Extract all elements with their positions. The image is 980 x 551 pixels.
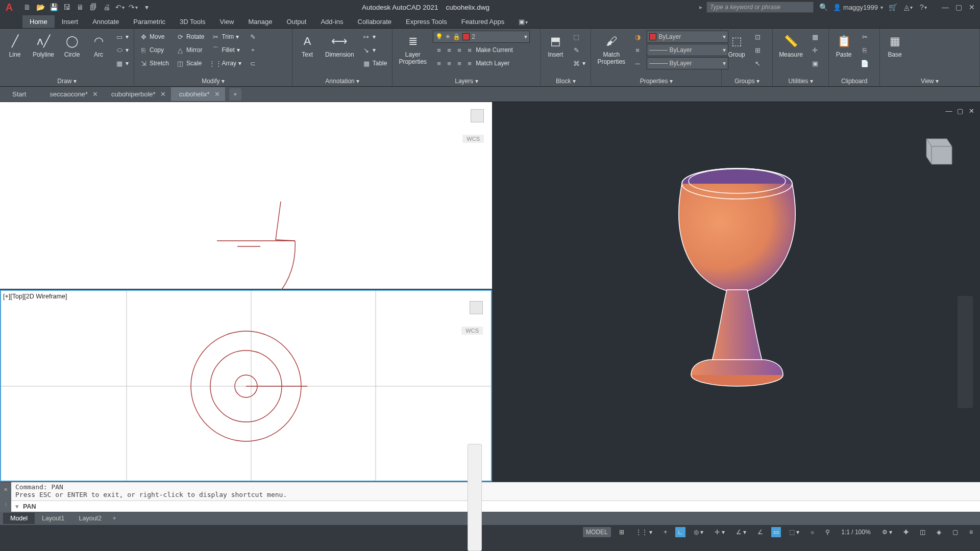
array-button[interactable]: ⋮⋮Array ▾ <box>209 57 243 69</box>
panel-groups-title[interactable]: Groups ▾ <box>725 76 769 86</box>
viewport-top-view[interactable]: [+][Top][2D Wireframe] WCS <box>0 290 492 482</box>
polar-toggle[interactable]: ∟ <box>675 527 685 537</box>
tab-expresstools[interactable]: Express Tools <box>399 15 454 28</box>
customize-status-button[interactable]: ≡ <box>966 527 976 537</box>
search-icon[interactable]: 🔍 <box>818 2 829 13</box>
layout-tab-layout1[interactable]: Layout1 <box>35 513 71 524</box>
lineweight-button[interactable]: ≡ <box>631 44 644 56</box>
snap-toggle[interactable]: ⋮⋮ ▾ <box>632 527 655 537</box>
cut-button[interactable]: ✂ <box>859 31 871 43</box>
search-arrow-icon[interactable]: ▸ <box>699 4 702 11</box>
tab-home[interactable]: Home <box>22 15 55 28</box>
layout-tab-model[interactable]: Model <box>3 513 35 524</box>
util2-button[interactable]: ✛ <box>809 44 821 56</box>
hatch-button[interactable]: ⬭▾ <box>113 44 131 56</box>
viewport-label[interactable]: [+][Top][2D Wireframe] <box>3 293 67 300</box>
panel-properties-title[interactable]: Properties ▾ <box>594 76 718 86</box>
arc-button[interactable]: ◠Arc <box>87 31 110 60</box>
search-input[interactable]: Type a keyword or phrase <box>706 2 814 13</box>
viewcube-3d[interactable] <box>914 129 960 174</box>
stretch-button[interactable]: ⇲Stretch <box>137 57 171 69</box>
help-icon[interactable]: ?▾ <box>918 2 929 13</box>
tab-annotate[interactable]: Annotate <box>85 15 126 28</box>
panel-view-title[interactable]: View ▾ <box>883 76 976 86</box>
panel-layers-title[interactable]: Layers ▾ <box>396 76 537 86</box>
panel-draw-title[interactable]: Draw ▾ <box>3 76 131 86</box>
plot-icon[interactable]: 🗐 <box>88 2 99 13</box>
util1-button[interactable]: ▦ <box>809 31 821 43</box>
make-current-button[interactable]: ≡≡≡≡Make Current <box>433 44 530 56</box>
ortho-toggle[interactable]: + <box>660 527 670 537</box>
print-icon[interactable]: 🖨 <box>101 2 112 13</box>
wcs-label-top[interactable]: WCS <box>462 135 484 143</box>
file-tab-seccaocone[interactable]: seccaocone*✕ <box>41 87 103 101</box>
osnap-toggle[interactable]: ✛ ▾ <box>712 527 727 537</box>
linetype-dropdown[interactable]: ——— ByLayer▾ <box>647 57 728 69</box>
save-icon[interactable]: 💾 <box>48 2 59 13</box>
ungroup-button[interactable]: ⊡ <box>751 31 764 43</box>
close-icon[interactable]: ✕ <box>214 90 220 98</box>
redo-icon[interactable]: ↷▾ <box>128 2 139 13</box>
rotate-button[interactable]: ⟳Rotate <box>174 31 206 43</box>
panel-utilities-title[interactable]: Utilities ▾ <box>776 76 825 86</box>
file-tab-cubohelix[interactable]: cubohelix*✕ <box>171 87 225 101</box>
layout-tab-layout2[interactable]: Layout2 <box>72 513 109 524</box>
viewcube-top[interactable] <box>471 109 484 122</box>
tab-featuredapps[interactable]: Featured Apps <box>454 15 512 28</box>
tab-collaborate[interactable]: Collaborate <box>351 15 399 28</box>
scale-display[interactable]: 1:1 / 100% <box>838 527 873 537</box>
close-button[interactable]: ✕ <box>966 2 978 12</box>
trim-button[interactable]: ✂Trim ▾ <box>209 31 243 43</box>
copyclip-button[interactable]: ⎘ <box>859 44 871 56</box>
tab-manage[interactable]: Manage <box>241 15 279 28</box>
viewcube-bottom[interactable] <box>470 301 483 314</box>
mirror-button[interactable]: △Mirror <box>174 44 206 56</box>
close-cmd-icon[interactable]: ✕ <box>0 482 11 497</box>
scale-button[interactable]: ◫Scale <box>174 57 206 69</box>
web-icon[interactable]: 🖥 <box>75 2 86 13</box>
lweight-toggle[interactable]: ▭ <box>771 527 781 537</box>
panel-modify-title[interactable]: Modify ▾ <box>137 76 289 86</box>
pastespec-button[interactable]: 📄 <box>859 57 871 69</box>
isodraft-toggle[interactable]: ◎ ▾ <box>691 527 706 537</box>
tab-extra-icon[interactable]: ▣▾ <box>511 15 535 28</box>
linetype-button[interactable]: ─ <box>631 57 644 69</box>
lineweight-dropdown[interactable]: ——— ByLayer▾ <box>647 44 728 56</box>
group-sel-button[interactable]: ↖ <box>751 57 764 69</box>
isolate-toggle[interactable]: ◫ <box>917 527 928 537</box>
annotation-scale-toggle[interactable]: ⚲ <box>822 527 833 537</box>
polyline-button[interactable]: ʌ╱Polyline <box>30 31 57 60</box>
table-button[interactable]: ▦Table <box>360 57 389 69</box>
layer-dropdown[interactable]: 💡 ☀ 🔒 2 ▾ <box>433 31 530 43</box>
layer-properties-button[interactable]: ≣Layer Properties <box>396 31 430 67</box>
match-properties-button[interactable]: 🖌Match Properties <box>594 31 628 67</box>
cmd-handle-icon[interactable]: ⁝ <box>0 497 11 512</box>
mleader-button[interactable]: ↘▾ <box>360 44 389 56</box>
line-button[interactable]: ╱Line <box>3 31 27 60</box>
tab-3dtools[interactable]: 3D Tools <box>173 15 212 28</box>
viewport-3d[interactable]: — ▢ ✕ <box>492 102 980 482</box>
color-wheel-button[interactable]: ◑ <box>631 31 644 43</box>
user-menu[interactable]: 👤 maggy1999 ▾ <box>833 4 883 11</box>
viewport-front[interactable]: WCS <box>0 102 492 289</box>
add-tab-button[interactable]: + <box>229 88 241 101</box>
panel-block-title[interactable]: Block ▾ <box>544 76 587 86</box>
tab-view[interactable]: View <box>212 15 241 28</box>
minimize-viewport-button[interactable]: — <box>944 106 953 115</box>
group-button[interactable]: ⬚Group <box>725 31 748 60</box>
app-logo[interactable]: A <box>2 0 16 14</box>
saveas-icon[interactable]: 🖫 <box>61 2 72 13</box>
util3-button[interactable]: ▣ <box>809 57 821 69</box>
grid-toggle[interactable]: ⊞ <box>616 527 627 537</box>
hatch2-button[interactable]: ▦▾ <box>113 57 131 69</box>
cart-icon[interactable]: 🛒 <box>887 2 898 13</box>
paste-button[interactable]: 📋Paste <box>832 31 855 60</box>
add-layout-button[interactable]: + <box>109 515 120 522</box>
gear-toggle[interactable]: ⚙ ▾ <box>879 527 895 537</box>
navigation-bar-2d[interactable] <box>468 444 482 551</box>
tab-parametric[interactable]: Parametric <box>126 15 173 28</box>
autodesk-app-icon[interactable]: ◬▾ <box>902 2 914 13</box>
model-space-toggle[interactable]: MODEL <box>583 527 611 537</box>
transparency-toggle[interactable]: ⬚ ▾ <box>786 527 802 537</box>
close-viewport-button[interactable]: ✕ <box>967 106 976 115</box>
